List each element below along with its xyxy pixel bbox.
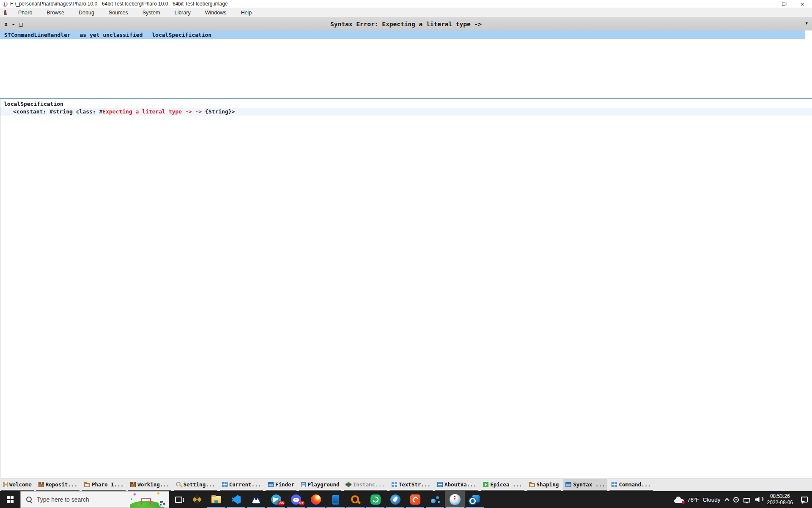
os-window-titlebar: F:\_personal\Pharo\images\Pharo 10.0 - 6…	[0, 0, 812, 8]
pharo-tab-textstr[interactable]: TextStr...	[390, 479, 433, 491]
pharo-tab-label: Instanc...	[353, 481, 384, 488]
window-menu-chevron-icon[interactable]: ▼	[806, 21, 808, 25]
pharo-tab-pharo-1[interactable]: Pharo 1...	[82, 479, 126, 491]
meet-now-icon[interactable]	[733, 497, 739, 502]
menu-item-help[interactable]: Help	[233, 8, 259, 17]
pharo-tab-welcome[interactable]: Welcome	[1, 479, 34, 491]
syntax-error-title: Syntax Error: Expecting a literal type -…	[0, 21, 812, 28]
search-icon	[26, 497, 33, 503]
minimize-button[interactable]	[755, 0, 774, 8]
pharo-tab-label: Reposit...	[46, 481, 77, 488]
method-class-name: STCommandLineHandler	[4, 32, 71, 38]
code-text: <constant: #string class: #	[13, 108, 102, 115]
search-doodle	[130, 491, 169, 508]
method-list-area[interactable]	[0, 39, 812, 98]
minimize-icon	[763, 4, 767, 4]
outlook-icon	[469, 495, 480, 504]
wrench-icon	[176, 482, 181, 487]
taskbar-app-pdf[interactable]	[405, 491, 425, 508]
syntax-error-titlebar[interactable]: x - □ Syntax Error: Expecting a literal …	[0, 17, 812, 30]
taskbar-app-search-tool[interactable]	[346, 491, 365, 508]
code-line-1: localSpecification	[0, 100, 812, 108]
pharo-tab-reposit[interactable]: Reposit...	[36, 479, 80, 491]
pharo-tab-aboutva[interactable]: AboutVa...	[435, 479, 478, 491]
epicea-icon	[483, 482, 488, 487]
taskbar-app-nordvpn[interactable]	[246, 491, 266, 508]
pharo-tab-working[interactable]: Working...	[128, 479, 171, 491]
menu-item-windows[interactable]: Windows	[198, 8, 234, 17]
start-button[interactable]	[0, 491, 20, 508]
taskbar-app-telegram[interactable]: .86	[266, 491, 286, 508]
notification-badge: .86	[277, 501, 285, 505]
taskbar-app-phone[interactable]	[326, 491, 346, 508]
vscode-icon	[232, 495, 241, 504]
taskbar-app-vscode[interactable]	[226, 491, 246, 508]
code-editor[interactable]: localSpecification <constant: #string cl…	[0, 98, 812, 478]
action-center-icon[interactable]	[801, 497, 808, 502]
method-list-selected-row[interactable]: STCommandLineHandleras yet unclassifiedl…	[0, 30, 805, 39]
task-view-button[interactable]	[169, 491, 188, 508]
taskbar-apps: .869+	[206, 491, 485, 508]
grid-icon	[612, 482, 617, 487]
menu-item-debug[interactable]: Debug	[71, 8, 102, 17]
pharo-tab-label: Epicea ...	[490, 481, 522, 488]
sync-icon	[370, 494, 381, 505]
window-icon	[565, 482, 571, 487]
menu-item-library[interactable]: Library	[167, 8, 198, 17]
network-icon[interactable]	[743, 498, 750, 502]
grid-icon	[392, 482, 397, 487]
taskbar-search-box[interactable]: Type here to search	[20, 491, 169, 508]
volume-icon[interactable]	[755, 496, 763, 503]
pharo-tab-epicea[interactable]: Epicea ...	[481, 479, 524, 491]
taskbar-app-pharo[interactable]	[445, 491, 465, 508]
pharo-tab-setting[interactable]: Setting...	[174, 479, 217, 491]
pharo-tab-label: Shaping	[537, 481, 559, 488]
taskbar-app-sync[interactable]	[365, 491, 385, 508]
pharo-tab-playground[interactable]: Playground	[299, 479, 341, 491]
pharo-tab-label: Playground	[307, 481, 339, 488]
method-protocol: as yet unclassified	[80, 32, 143, 38]
pharo-tab-instanc[interactable]: Instanc...	[344, 479, 387, 491]
taskbar-clock[interactable]: 08:53:26 2022-08-06	[767, 493, 793, 506]
screen: F:\_personal\Pharo\images\Pharo 10.0 - 6…	[0, 0, 812, 508]
pharo-tab-current[interactable]: Current...	[220, 479, 263, 491]
pharo-tab-label: TextStr...	[399, 481, 431, 488]
taskbar-app-rocket[interactable]	[385, 491, 405, 508]
weather-widget[interactable]: 76°F Cloudy	[674, 497, 721, 503]
hidden-icons-chevron-icon[interactable]	[724, 498, 729, 502]
nordvpn-icon	[251, 494, 261, 505]
rocket-icon	[390, 494, 401, 505]
pharo-tab-label: Welcome	[9, 481, 32, 488]
pharo-tab-shaping[interactable]: Shaping	[527, 479, 561, 491]
pharo-tab-finder[interactable]: Finder	[266, 479, 296, 491]
taskbar-app-outlook[interactable]	[465, 491, 485, 508]
window-expand-icon[interactable]: □	[19, 21, 22, 27]
window-icon	[268, 482, 274, 487]
vnc-viewer-button[interactable]	[188, 491, 206, 508]
grid-icon	[437, 482, 443, 487]
restore-button[interactable]	[774, 0, 793, 8]
menu-item-browse[interactable]: Browse	[39, 8, 71, 17]
menu-item-pharo[interactable]: Pharo	[11, 8, 39, 17]
window-collapse-icon[interactable]: -	[11, 21, 15, 27]
taskbar-app-firefox[interactable]	[306, 491, 326, 508]
menu-item-sources[interactable]: Sources	[102, 8, 135, 17]
menu-item-system[interactable]: System	[135, 8, 167, 17]
notification-badge: 9+	[299, 501, 304, 505]
pharo-tab-syntax[interactable]: Syntax ...	[563, 479, 607, 491]
window-close-icon[interactable]: x	[4, 21, 8, 27]
pharo-app-icon	[2, 1, 8, 7]
taskbar-app-file-explorer[interactable]	[206, 491, 226, 508]
close-button[interactable]: ×	[793, 0, 812, 8]
firefox-icon	[311, 494, 321, 505]
windows-taskbar: Type here to search .869+ 76°F Cloudy	[0, 491, 812, 508]
task-view-icon	[175, 497, 182, 503]
taskbar-app-discord[interactable]: 9+	[286, 491, 306, 508]
pharo-tab-command[interactable]: Command...	[609, 479, 653, 491]
restore-icon	[782, 3, 785, 6]
weather-cloud-icon	[674, 497, 684, 503]
method-selector: localSpecification	[152, 32, 211, 38]
clock-time: 08:53:26	[767, 493, 793, 500]
taskbar-app-molecule[interactable]	[425, 491, 445, 508]
menu-bar-items: PharoBrowseDebugSourcesSystemLibraryWind…	[11, 8, 259, 17]
